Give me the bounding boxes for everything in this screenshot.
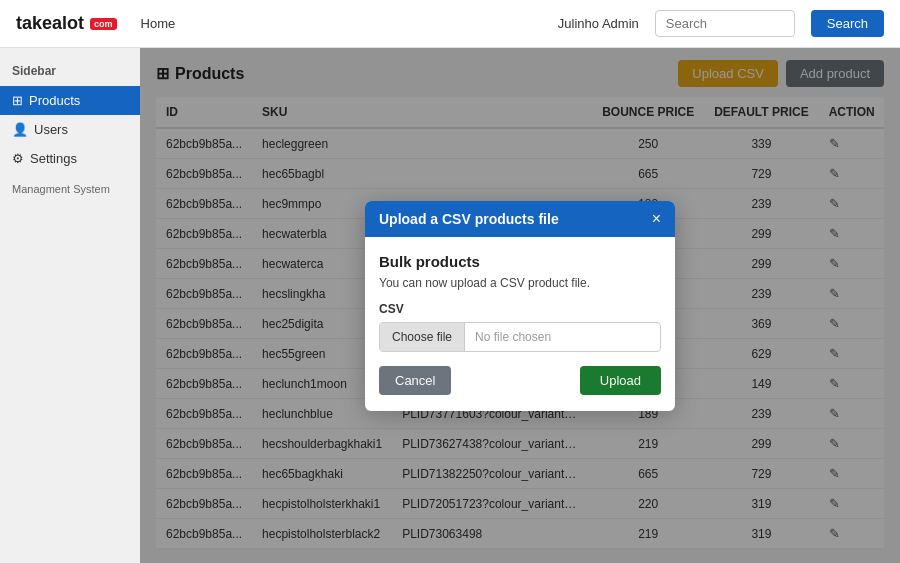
modal-body: Bulk products You can now upload a CSV p… — [365, 237, 675, 411]
sidebar-item-users[interactable]: 👤 Users — [0, 115, 140, 144]
sidebar-item-products-label: Products — [29, 93, 80, 108]
modal-header: Upload a CSV products file × — [365, 201, 675, 237]
modal-description: You can now upload a CSV product file. — [379, 276, 661, 290]
csv-label: CSV — [379, 302, 661, 316]
sidebar-item-settings-label: Settings — [30, 151, 77, 166]
home-nav-link[interactable]: Home — [141, 16, 176, 31]
sidebar-item-settings[interactable]: ⚙ Settings — [0, 144, 140, 173]
sidebar-item-products[interactable]: ⊞ Products — [0, 86, 140, 115]
modal-footer: Cancel Upload — [379, 366, 661, 395]
upload-button[interactable]: Upload — [580, 366, 661, 395]
cancel-button[interactable]: Cancel — [379, 366, 451, 395]
admin-name: Julinho Admin — [558, 16, 639, 31]
modal-section-title: Bulk products — [379, 253, 661, 270]
modal-title: Upload a CSV products file — [379, 211, 559, 227]
file-name-display: No file chosen — [465, 323, 660, 351]
main-layout: Sidebar ⊞ Products 👤 Users ⚙ Settings Ma… — [0, 48, 900, 563]
sidebar: Sidebar ⊞ Products 👤 Users ⚙ Settings Ma… — [0, 48, 140, 563]
search-input[interactable] — [655, 10, 795, 37]
modal-overlay: Upload a CSV products file × Bulk produc… — [140, 48, 900, 563]
sidebar-item-users-label: Users — [34, 122, 68, 137]
choose-file-button[interactable]: Choose file — [380, 323, 465, 351]
sidebar-title: Sidebar — [0, 60, 140, 86]
file-input-row: Choose file No file chosen — [379, 322, 661, 352]
logo: takealot com — [16, 13, 117, 34]
logo-badge: com — [90, 18, 117, 30]
modal-close-button[interactable]: × — [652, 211, 661, 227]
products-icon: ⊞ — [12, 93, 23, 108]
logo-text: takealot — [16, 13, 84, 34]
upload-csv-modal: Upload a CSV products file × Bulk produc… — [365, 201, 675, 411]
users-icon: 👤 — [12, 122, 28, 137]
top-navigation: takealot com Home Julinho Admin Search — [0, 0, 900, 48]
settings-icon: ⚙ — [12, 151, 24, 166]
main-content: ⊞ Products Upload CSV Add product ID SKU… — [140, 48, 900, 563]
search-button[interactable]: Search — [811, 10, 884, 37]
sidebar-section-title: Managment System — [0, 173, 140, 199]
